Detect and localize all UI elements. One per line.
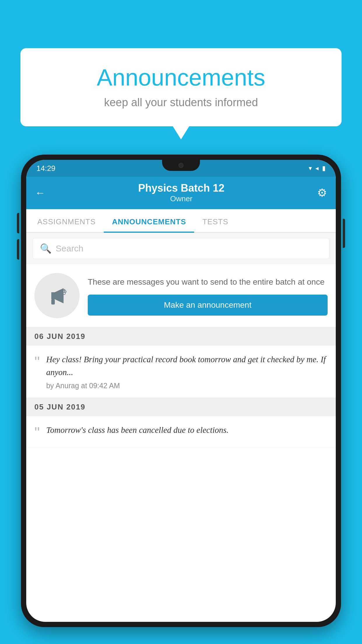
announcement-meta-1: by Anurag at 09:42 AM <box>46 382 328 390</box>
announcement-content-2: Tomorrow's class has been cancelled due … <box>46 424 328 440</box>
tab-announcements[interactable]: ANNOUNCEMENTS <box>104 209 194 232</box>
power-button <box>343 219 345 248</box>
phone-outer: 14:29 ▾ ◂ ▮ ← Physics Batch 12 Owner ⚙ A… <box>21 155 341 627</box>
search-container: 🔍 Search <box>26 233 336 264</box>
tab-assignments[interactable]: ASSIGNMENTS <box>29 209 104 232</box>
promo-description: These are messages you want to send to t… <box>88 276 328 288</box>
date-separator-1: 06 JUN 2019 <box>26 327 336 346</box>
announcements-title: Announcements <box>38 64 324 91</box>
wifi-icon: ▾ <box>309 164 312 172</box>
promo-content: These are messages you want to send to t… <box>88 276 328 316</box>
tabs-bar: ASSIGNMENTS ANNOUNCEMENTS TESTS <box>26 209 336 233</box>
status-icons: ▾ ◂ ▮ <box>309 164 326 172</box>
svg-marker-0 <box>51 292 55 299</box>
quote-icon-1: " <box>34 354 40 370</box>
volume-down-button <box>17 239 19 260</box>
svg-point-4 <box>64 291 66 293</box>
make-announcement-button[interactable]: Make an announcement <box>88 295 328 316</box>
svg-marker-1 <box>55 288 64 303</box>
tab-tests[interactable]: TESTS <box>194 209 236 232</box>
signal-icon: ◂ <box>315 164 319 172</box>
megaphone-icon <box>45 284 69 307</box>
announcement-content-1: Hey class! Bring your practical record b… <box>46 353 328 390</box>
date-separator-2: 05 JUN 2019 <box>26 398 336 416</box>
svg-point-5 <box>64 289 65 290</box>
front-camera <box>178 163 184 168</box>
volume-up-button <box>17 213 19 233</box>
svg-rect-2 <box>51 299 55 304</box>
announcement-item-1[interactable]: " Hey class! Bring your practical record… <box>26 346 336 398</box>
promo-icon-circle <box>34 273 80 318</box>
quote-icon-2: " <box>34 425 40 440</box>
status-time: 14:29 <box>36 164 55 173</box>
announcements-subtitle: keep all your students informed <box>38 96 324 109</box>
back-button[interactable]: ← <box>35 187 45 199</box>
batch-title: Physics Batch 12 <box>138 182 224 194</box>
owner-label: Owner <box>138 194 224 203</box>
announcement-text-2: Tomorrow's class has been cancelled due … <box>46 424 328 437</box>
announcement-item-2[interactable]: " Tomorrow's class has been cancelled du… <box>26 416 336 448</box>
phone-screen: 14:29 ▾ ◂ ▮ ← Physics Batch 12 Owner ⚙ A… <box>26 160 336 622</box>
promo-block: These are messages you want to send to t… <box>26 264 336 327</box>
speech-bubble-container: Announcements keep all your students inf… <box>20 48 342 126</box>
settings-icon[interactable]: ⚙ <box>317 186 327 199</box>
status-bar: 14:29 ▾ ◂ ▮ <box>26 160 336 177</box>
search-placeholder: Search <box>56 244 83 253</box>
header-center: Physics Batch 12 Owner <box>138 182 224 203</box>
battery-icon: ▮ <box>322 164 326 172</box>
phone-wrapper: 14:29 ▾ ◂ ▮ ← Physics Batch 12 Owner ⚙ A… <box>21 155 341 644</box>
notch <box>162 160 200 171</box>
speech-bubble: Announcements keep all your students inf… <box>20 48 342 126</box>
announcement-text-1: Hey class! Bring your practical record b… <box>46 353 328 379</box>
app-header: ← Physics Batch 12 Owner ⚙ <box>26 177 336 209</box>
search-box[interactable]: 🔍 Search <box>33 238 329 259</box>
search-icon: 🔍 <box>40 243 52 254</box>
